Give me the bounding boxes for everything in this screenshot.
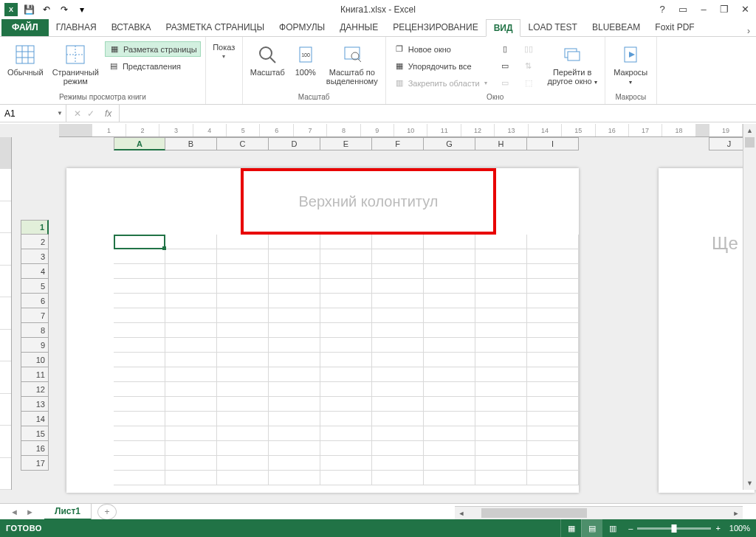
cell[interactable] [217, 279, 269, 294]
cell[interactable] [372, 235, 424, 249]
cell[interactable] [269, 471, 320, 485]
tab-home[interactable]: ГЛАВНАЯ [49, 18, 104, 36]
cell[interactable] [114, 264, 165, 279]
cell[interactable] [372, 367, 424, 382]
cell[interactable] [424, 456, 475, 471]
vertical-ruler[interactable] [0, 137, 12, 490]
cell[interactable] [320, 367, 372, 382]
cell[interactable] [114, 323, 165, 338]
scroll-right-icon[interactable]: ► [729, 507, 743, 519]
row-header-6[interactable]: 6 [21, 294, 49, 308]
row-header-7[interactable]: 7 [21, 308, 49, 323]
scroll-up-icon[interactable]: ▲ [743, 124, 756, 137]
cell[interactable] [527, 279, 579, 294]
pagelayout-view-shortcut[interactable]: ▤ [581, 519, 602, 537]
zoom-in-button[interactable]: + [715, 524, 720, 533]
tabs-overflow-icon[interactable]: › [741, 26, 756, 36]
page2-header-text[interactable]: Ще [712, 233, 738, 254]
cell[interactable] [424, 382, 475, 397]
cell[interactable] [165, 294, 217, 308]
row-header-4[interactable]: 4 [21, 264, 49, 279]
cell[interactable] [424, 338, 475, 353]
cell[interactable] [527, 367, 579, 382]
cell[interactable] [165, 308, 217, 323]
cell[interactable] [475, 264, 527, 279]
horizontal-ruler[interactable]: 1 2 3 4 5 6 7 8 9 10 11 12 13 14 15 16 1… [59, 124, 743, 137]
cell[interactable] [424, 249, 475, 264]
tab-insert[interactable]: ВСТАВКА [104, 18, 159, 36]
cell[interactable] [424, 426, 475, 441]
tab-foxit[interactable]: Foxit PDF [647, 18, 701, 36]
cell[interactable] [527, 308, 579, 323]
cell[interactable] [114, 397, 165, 412]
cell[interactable] [165, 264, 217, 279]
pagelayout-view-button[interactable]: ▦ Разметка страницы [105, 41, 201, 57]
normal-view-shortcut[interactable]: ▦ [560, 519, 581, 537]
zoom-slider[interactable] [637, 527, 711, 530]
cell[interactable] [114, 441, 165, 456]
cell[interactable] [372, 426, 424, 441]
cell[interactable] [527, 323, 579, 338]
zoom-button[interactable]: Масштаб [247, 41, 288, 78]
tab-loadtest[interactable]: LOAD TEST [520, 18, 584, 36]
view-side-button[interactable]: ▯▯ [520, 41, 537, 57]
cell[interactable] [217, 382, 269, 397]
custom-views-button[interactable]: ▤ Представления [105, 58, 201, 74]
cell[interactable] [320, 441, 372, 456]
cell[interactable] [424, 264, 475, 279]
cell[interactable] [114, 294, 165, 308]
cell[interactable] [320, 382, 372, 397]
cell[interactable] [475, 441, 527, 456]
cell[interactable] [269, 294, 320, 308]
zoom-out-button[interactable]: – [628, 524, 633, 533]
cell[interactable] [217, 397, 269, 412]
cell[interactable] [217, 353, 269, 367]
cell[interactable] [114, 456, 165, 471]
cell[interactable] [269, 235, 320, 249]
row-header-16[interactable]: 16 [21, 441, 49, 456]
cell[interactable] [269, 264, 320, 279]
cell[interactable] [372, 279, 424, 294]
col-header-h[interactable]: H [475, 137, 527, 150]
new-window-button[interactable]: ❐Новое окно [391, 41, 490, 57]
cell[interactable] [527, 264, 579, 279]
cell[interactable] [475, 367, 527, 382]
cell[interactable] [217, 426, 269, 441]
cell[interactable] [320, 323, 372, 338]
undo-icon[interactable]: ↶ [38, 1, 55, 18]
redo-icon[interactable]: ↷ [56, 1, 72, 18]
row-header-12[interactable]: 12 [21, 382, 49, 397]
cell[interactable] [372, 353, 424, 367]
cell[interactable] [165, 353, 217, 367]
cell[interactable] [217, 338, 269, 353]
show-button[interactable]: Показ ▾ [210, 41, 238, 61]
cell[interactable] [475, 323, 527, 338]
row-header-11[interactable]: 11 [21, 367, 49, 382]
save-icon[interactable]: 💾 [21, 1, 37, 18]
header-placeholder[interactable]: Верхний колонтитул [299, 193, 439, 210]
pagebreak-view-shortcut[interactable]: ▥ [602, 519, 622, 537]
cell[interactable] [217, 471, 269, 485]
scroll-down-icon[interactable]: ▼ [743, 477, 756, 490]
zoom-100-button[interactable]: 100 100% [291, 41, 320, 78]
cell[interactable] [269, 441, 320, 456]
cell[interactable] [424, 367, 475, 382]
cell[interactable] [269, 367, 320, 382]
cell[interactable] [269, 382, 320, 397]
cell[interactable] [269, 456, 320, 471]
cell[interactable] [372, 397, 424, 412]
zoom-level[interactable]: 100% [729, 524, 750, 533]
cell[interactable] [475, 235, 527, 249]
cell[interactable] [424, 294, 475, 308]
cancel-icon[interactable]: ✕ [74, 108, 81, 119]
row-header-9[interactable]: 9 [21, 338, 49, 353]
cell[interactable] [527, 338, 579, 353]
cell[interactable] [114, 279, 165, 294]
cell[interactable] [217, 412, 269, 426]
cell[interactable] [424, 412, 475, 426]
sheet-nav-prev-icon[interactable]: ◄ [10, 507, 18, 516]
cell[interactable] [165, 323, 217, 338]
help-button[interactable]: ? [653, 2, 672, 17]
sheet-tab-1[interactable]: Лист1 [44, 504, 92, 520]
vscroll-thumb[interactable] [745, 137, 755, 148]
